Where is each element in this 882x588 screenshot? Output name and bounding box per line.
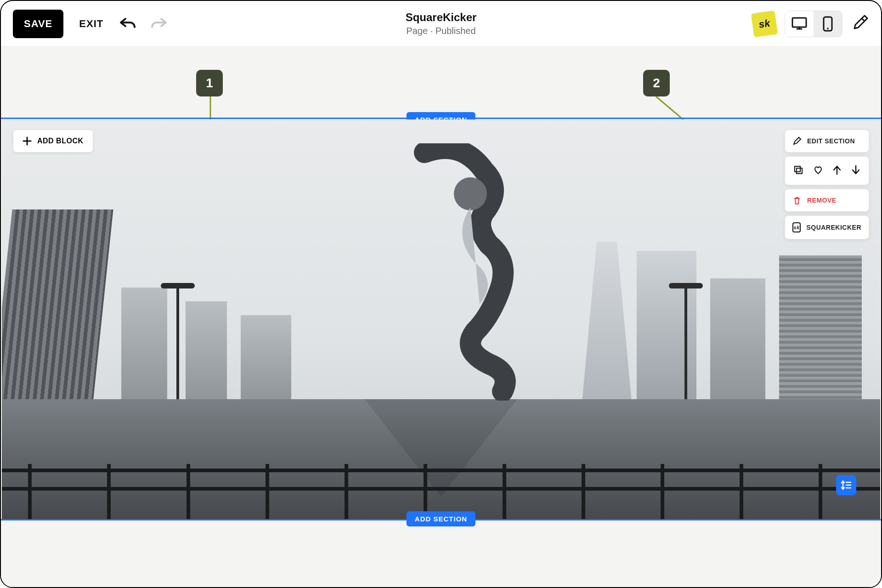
redo-icon bbox=[151, 17, 168, 31]
svg-rect-0 bbox=[792, 18, 806, 27]
svg-rect-9 bbox=[797, 168, 802, 174]
heart-icon bbox=[813, 165, 823, 175]
editor-topbar: SAVE EXIT SquareKicker Page · Published … bbox=[1, 1, 881, 47]
building-shape bbox=[241, 315, 291, 407]
arrow-down-icon bbox=[851, 165, 860, 175]
move-section-down-button[interactable] bbox=[848, 162, 863, 179]
svg-point-7 bbox=[454, 177, 487, 210]
edit-section-label: EDIT SECTION bbox=[807, 137, 855, 145]
page-title: SquareKicker bbox=[406, 11, 477, 24]
add-block-button[interactable]: ADD BLOCK bbox=[13, 130, 93, 153]
desktop-icon bbox=[792, 17, 807, 31]
vertical-resize-list-icon bbox=[840, 479, 852, 491]
undo-button[interactable] bbox=[119, 17, 136, 31]
squarekicker-menu-button[interactable]: sk SQUAREKICKER bbox=[785, 216, 869, 239]
arrow-up-icon bbox=[832, 165, 842, 175]
brush-icon bbox=[851, 14, 869, 32]
edit-section-button[interactable]: EDIT SECTION bbox=[785, 130, 869, 152]
save-section-button[interactable] bbox=[810, 162, 826, 179]
building-shape bbox=[779, 255, 862, 407]
building-shape bbox=[186, 301, 227, 407]
topbar-left: SAVE EXIT bbox=[13, 10, 168, 38]
streetlamp-shape bbox=[684, 288, 687, 407]
section-settings-floating-button[interactable] bbox=[836, 475, 856, 495]
undo-icon bbox=[119, 17, 136, 31]
annotation-badge-2: 2 bbox=[643, 70, 670, 96]
save-button[interactable]: SAVE bbox=[13, 10, 63, 38]
mobile-icon bbox=[823, 16, 833, 32]
page-title-block: SquareKicker Page · Published bbox=[406, 11, 477, 36]
duplicate-icon bbox=[793, 165, 803, 175]
device-toggle bbox=[785, 11, 842, 37]
annotation-badge-1: 1 bbox=[196, 70, 223, 96]
squarekicker-logo[interactable]: sk bbox=[751, 10, 778, 37]
streetlamp-shape bbox=[176, 288, 179, 407]
add-block-label: ADD BLOCK bbox=[37, 137, 84, 145]
squarekicker-label: SQUAREKICKER bbox=[806, 224, 861, 231]
editor-canvas: 1 2 ADD SECTION bbox=[1, 47, 881, 587]
redo-button[interactable] bbox=[151, 17, 168, 31]
plus-icon bbox=[23, 136, 32, 146]
building-shape bbox=[121, 288, 167, 407]
building-shape bbox=[710, 278, 765, 407]
duplicate-section-button[interactable] bbox=[791, 162, 806, 179]
svg-point-2 bbox=[827, 28, 829, 29]
hero-section[interactable] bbox=[2, 119, 880, 519]
svg-rect-8 bbox=[795, 166, 800, 172]
page-subtitle: Page · Published bbox=[406, 26, 477, 36]
add-section-bottom-button[interactable]: ADD SECTION bbox=[407, 511, 475, 526]
desktop-view-button[interactable] bbox=[785, 11, 814, 37]
trash-icon bbox=[792, 196, 802, 205]
squarekicker-mini-icon: sk bbox=[792, 222, 801, 232]
railing-shape bbox=[2, 464, 880, 519]
pencil-icon bbox=[792, 136, 802, 146]
jumping-person bbox=[406, 143, 544, 401]
remove-label: REMOVE bbox=[807, 197, 837, 204]
exit-button[interactable]: EXIT bbox=[79, 18, 103, 30]
mobile-view-button[interactable] bbox=[814, 11, 842, 37]
building-shape bbox=[637, 251, 696, 407]
move-section-up-button[interactable] bbox=[830, 162, 844, 179]
remove-section-button[interactable]: REMOVE bbox=[785, 189, 869, 211]
section-context-menu: EDIT SECTION REMOVE sk bbox=[785, 130, 869, 239]
topbar-right: sk bbox=[752, 11, 869, 37]
styles-brush-button[interactable] bbox=[851, 14, 869, 34]
